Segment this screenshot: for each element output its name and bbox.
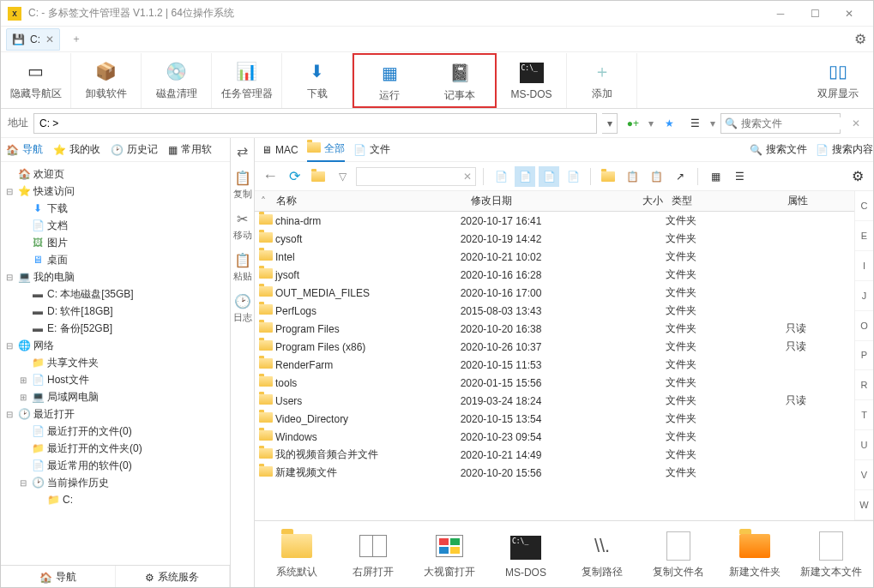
rtab-search-content[interactable]: 📄搜索内容 <box>816 138 873 162</box>
tab-close-icon[interactable]: ✕ <box>45 33 54 45</box>
table-row[interactable]: tools2020-01-15 15:56文件夹 <box>255 374 854 392</box>
open-external-icon[interactable]: ↗ <box>670 166 690 187</box>
file-list[interactable]: china-drm2020-10-17 16:41文件夹cysoft2020-1… <box>255 212 854 520</box>
nav-tree[interactable]: 🏠欢迎页⊟⭐快速访问⬇下载📄文档🖼图片🖥桌面⊟💻我的电脑▬C: 本地磁盘[35G… <box>1 162 230 565</box>
table-row[interactable]: OUT_MEDIA_FILES2020-10-16 17:00文件夹 <box>255 284 854 302</box>
rtab-mac[interactable]: 🖥MAC <box>262 138 298 162</box>
list-mode-icon[interactable]: ☰ <box>684 113 705 134</box>
gutter-粘贴[interactable]: 📋粘贴 <box>233 252 252 283</box>
tool-hide-nav[interactable]: ▭隐藏导航区 <box>1 53 71 108</box>
bottom-new-folder[interactable]: 新建文件夹 <box>720 525 790 586</box>
tab-c-drive[interactable]: 💾 C: ✕ <box>6 28 60 51</box>
nav-tab-nav[interactable]: 🏠导航 <box>1 138 48 162</box>
table-row[interactable]: jysoft2020-10-16 16:28文件夹 <box>255 266 854 284</box>
tree-item[interactable]: 📄最近常用的软件(0) <box>1 457 230 474</box>
alpha-O[interactable]: O <box>855 311 873 341</box>
new-item-icon[interactable]: ●+ <box>623 113 643 134</box>
rtab-all[interactable]: 全部 <box>307 138 345 162</box>
address-dropdown-icon[interactable]: ▾ <box>602 113 618 134</box>
table-row[interactable]: RenderFarm2020-10-15 11:53文件夹 <box>255 356 854 374</box>
col-size[interactable]: 大小 <box>621 194 672 208</box>
tool-task-mgr[interactable]: 📊任务管理器 <box>212 53 282 108</box>
bottom-copy-path[interactable]: \\.复制路径 <box>568 525 637 586</box>
close-button[interactable]: ✕ <box>832 2 866 26</box>
bottom-copy-name[interactable]: 复制文件名 <box>644 525 714 586</box>
alpha-T[interactable]: T <box>855 400 873 430</box>
tool-disk-clean[interactable]: 💿磁盘清理 <box>142 53 212 108</box>
tree-item[interactable]: 📁最近打开的文件夹(0) <box>1 440 230 457</box>
nav-foot-nav[interactable]: 🏠导航 <box>1 566 116 588</box>
tree-item[interactable]: ⊟💻我的电脑 <box>1 268 230 285</box>
search-box[interactable]: 🔍 <box>720 113 841 134</box>
table-row[interactable]: china-drm2020-10-17 16:41文件夹 <box>255 212 854 230</box>
address-input[interactable] <box>33 113 597 134</box>
gutter-复制[interactable]: 📋复制 <box>233 170 252 201</box>
alpha-R[interactable]: R <box>855 370 873 400</box>
alpha-P[interactable]: P <box>855 341 873 371</box>
maximize-button[interactable]: ☐ <box>798 2 832 26</box>
col-attr[interactable]: 属性 <box>787 194 854 208</box>
new-tab-button[interactable]: ＋ <box>65 28 87 51</box>
tree-item[interactable]: ⊟🌐网络 <box>1 337 230 354</box>
tool-dual-screen[interactable]: ▯▯双屏显示 <box>803 53 873 108</box>
tree-item[interactable]: ⊟🕑当前操作历史 <box>1 474 230 491</box>
filter-input[interactable]: ✕ <box>356 167 476 186</box>
gutter-[interactable]: ⇄ <box>237 143 248 159</box>
tree-item[interactable]: ⊟🕑最近打开 <box>1 405 230 423</box>
action-btn-1[interactable]: 📋 <box>622 166 642 187</box>
bottom-sys-default[interactable]: 系统默认 <box>262 525 331 586</box>
table-row[interactable]: Video_Directory2020-10-15 13:54文件夹 <box>255 410 854 428</box>
tree-item[interactable]: 🏠欢迎页 <box>1 165 230 183</box>
tree-item[interactable]: ▬D: 软件[18GB] <box>1 303 230 320</box>
alpha-C[interactable]: C <box>855 191 873 221</box>
nav-tab-common[interactable]: ▦常用软 <box>163 138 217 162</box>
col-name[interactable]: 名称 <box>271 194 471 208</box>
tree-item[interactable]: ▬E: 备份[52GB] <box>1 320 230 337</box>
back-icon[interactable]: ← <box>260 166 280 187</box>
star-icon[interactable]: ★ <box>659 113 679 134</box>
nav-tab-history[interactable]: 🕑历史记 <box>105 138 163 162</box>
tree-item[interactable]: ▬C: 本地磁盘[35GB] <box>1 285 230 303</box>
col-date[interactable]: 修改日期 <box>471 194 621 208</box>
view-tiles-icon[interactable]: ▦ <box>705 166 726 187</box>
tree-item[interactable]: 📁C: <box>1 491 230 508</box>
alpha-J[interactable]: J <box>855 281 873 311</box>
tree-item[interactable]: ⊟⭐快速访问 <box>1 183 230 200</box>
gutter-移动[interactable]: ✂移动 <box>233 211 252 242</box>
tree-item[interactable]: ⬇下载 <box>1 200 230 217</box>
tree-item[interactable]: 📄最近打开的文件(0) <box>1 423 230 440</box>
gutter-日志[interactable]: 🕑日志 <box>233 293 252 324</box>
rtab-files[interactable]: 📄文件 <box>353 138 390 162</box>
gear-icon[interactable]: ⚙ <box>847 166 868 187</box>
new-folder-icon[interactable] <box>598 166 618 187</box>
alpha-V[interactable]: V <box>855 460 873 490</box>
col-type[interactable]: 类型 <box>672 194 788 208</box>
alpha-index[interactable]: CEIJOPRTUVW <box>854 191 873 520</box>
tool-add[interactable]: ＋添加 <box>567 53 637 108</box>
action-btn-2[interactable]: 📋 <box>646 166 666 187</box>
table-row[interactable]: Program Files2020-10-20 16:38文件夹只读 <box>255 320 854 338</box>
table-row[interactable]: Users2019-03-24 18:24文件夹只读 <box>255 392 854 410</box>
table-row[interactable]: Program Files (x86)2020-10-26 10:37文件夹只读 <box>255 338 854 356</box>
tool-msdos[interactable]: C:\_MS-DOS <box>497 53 567 108</box>
tool-download[interactable]: ⬇下载 <box>282 53 353 108</box>
table-row[interactable]: 我的视频音频合并文件2020-10-21 14:49文件夹 <box>255 446 854 464</box>
table-row[interactable]: PerfLogs2015-08-03 13:43文件夹 <box>255 302 854 320</box>
tree-item[interactable]: 📄文档 <box>1 217 230 234</box>
nav-tab-fav[interactable]: ⭐我的收 <box>48 138 105 162</box>
tool-run[interactable]: ▦运行 <box>354 55 425 110</box>
view-btn-1[interactable]: 📄 <box>491 166 511 187</box>
view-btn-3[interactable]: 📄 <box>539 166 559 187</box>
table-row[interactable]: cysoft2020-10-19 14:42文件夹 <box>255 230 854 248</box>
alpha-U[interactable]: U <box>855 430 873 460</box>
tool-notepad[interactable]: 📓记事本 <box>425 55 495 110</box>
table-row[interactable]: Windows2020-10-23 09:54文件夹 <box>255 428 854 446</box>
table-row[interactable]: 新建视频文件2020-10-20 15:56文件夹 <box>255 464 854 482</box>
bottom-new-text[interactable]: 新建文本文件 <box>797 525 866 586</box>
view-btn-4[interactable]: 📄 <box>563 166 583 187</box>
alpha-I[interactable]: I <box>855 251 873 281</box>
folder-up-icon[interactable] <box>308 166 329 187</box>
clear-search-icon[interactable]: ✕ <box>846 113 866 134</box>
filter-icon[interactable]: ▽ <box>332 166 353 187</box>
table-row[interactable]: Intel2020-10-21 10:02文件夹 <box>255 248 854 266</box>
